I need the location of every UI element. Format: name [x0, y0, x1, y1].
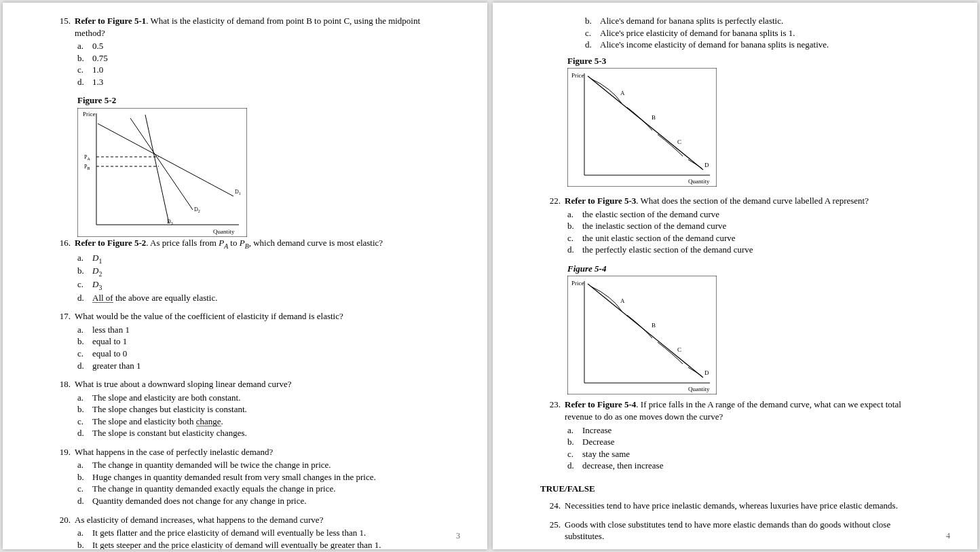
q-prompt: Refer to Figure 5-1. What is the elastic… — [75, 15, 440, 39]
q-number: 19. — [50, 446, 75, 507]
option-d: d.The slope is constant but elasticity c… — [77, 427, 440, 439]
figure-5-2-title: Figure 5-2 — [77, 94, 440, 107]
q-number: 22. — [540, 195, 565, 256]
q-prompt: Refer to Figure 5-2. As price falls from… — [75, 237, 440, 251]
option-a: a.It gets flatter and the price elastici… — [77, 527, 440, 539]
question-19: 19. What happens in the case of perfectl… — [50, 446, 440, 507]
option-a: a.The slope and elasticity are both cons… — [77, 392, 440, 404]
option-d: d.1.3 — [77, 76, 440, 88]
svg-rect-0 — [77, 108, 247, 237]
option-b: b.D2 — [77, 265, 440, 278]
q-prompt: Refer to Figure 5-3. What does the secti… — [565, 195, 930, 207]
option-b: b.0.75 — [77, 52, 440, 65]
question-22: 22. Refer to Figure 5-3. What does the s… — [540, 195, 930, 256]
option-d: d.the perfectly elastic section of the d… — [567, 244, 930, 256]
q-number: 20. — [50, 514, 75, 549]
option-c: c.The change in quantity demanded exactl… — [77, 483, 440, 495]
option-c: c.D3 — [77, 278, 440, 292]
option-d: d.greater than 1 — [77, 360, 440, 372]
svg-text:C: C — [677, 139, 681, 145]
option-b: b.equal to 1 — [77, 335, 440, 348]
option-a: a.D1 — [77, 252, 440, 265]
option-c: c.equal to 0 — [77, 348, 440, 360]
q-prompt: What happens in the case of perfectly in… — [75, 446, 440, 458]
question-24: 24. Necessities tend to have price inela… — [540, 500, 930, 512]
question-18: 18. What is true about a downward slopin… — [50, 378, 440, 439]
option-a: a.less than 1 — [77, 324, 440, 336]
question-20: 20. As elasticity of demand increases, w… — [50, 514, 440, 549]
option-c: c.The slope and elasticity both change. — [77, 416, 440, 428]
q-number: 15. — [50, 15, 75, 88]
svg-text:C: C — [677, 346, 681, 353]
svg-text:Price: Price — [571, 72, 584, 79]
svg-rect-23 — [567, 276, 717, 394]
q-prompt: As elasticity of demand increases, what … — [75, 514, 440, 526]
axis-qty: Quantity — [213, 228, 235, 235]
option-b: b.It gets steeper and the price elastici… — [77, 539, 440, 549]
q-number: 23. — [540, 399, 565, 471]
svg-text:B: B — [652, 114, 656, 121]
option-c: c.1.0 — [77, 64, 440, 76]
svg-rect-13 — [567, 68, 717, 187]
q-prompt: What is true about a downward sloping li… — [75, 378, 440, 390]
svg-text:Price: Price — [571, 280, 584, 287]
q-prompt: Necessities tend to have price inelastic… — [565, 500, 930, 512]
svg-text:A: A — [620, 90, 625, 96]
option-c: c.the unit elastic section of the demand… — [567, 232, 930, 244]
option-b: b.Decrease — [567, 436, 930, 448]
q-number: 25. — [540, 519, 565, 542]
question-15: 15. Refer to Figure 5-1. What is the ela… — [50, 15, 440, 88]
axis-price: Price — [83, 111, 96, 117]
figure-5-4: Price Quantity A B C D — [567, 276, 930, 394]
page-spread: 15. Refer to Figure 5-1. What is the ela… — [0, 0, 980, 552]
option-b: b.Alice's demand for banana splits is pe… — [585, 15, 930, 27]
option-b: b.the inelastic section of the demand cu… — [567, 220, 930, 232]
option-a: a.0.5 — [77, 40, 440, 52]
svg-text:B: B — [652, 322, 656, 329]
question-17: 17. What would be the value of the coeff… — [50, 310, 440, 371]
q-prompt: What would be the value of the coefficie… — [75, 310, 440, 323]
figure-5-4-title: Figure 5-4 — [567, 263, 930, 275]
q-prompt: Goods with close substitutes tend to hav… — [565, 519, 930, 542]
question-23: 23. Refer to Figure 5-4. If price falls … — [540, 399, 930, 471]
option-d: d.All of the above are equally elastic. — [77, 292, 440, 304]
page-left: 15. Refer to Figure 5-1. What is the ela… — [3, 3, 487, 549]
figure-5-3-title: Figure 5-3 — [567, 55, 930, 67]
svg-text:D: D — [704, 162, 709, 168]
option-a: a.Increase — [567, 424, 930, 437]
svg-text:Quantity: Quantity — [688, 178, 710, 185]
q-prompt: Refer to Figure 5-4. If price falls in t… — [565, 399, 930, 422]
true-false-heading: TRUE/FALSE — [540, 483, 930, 495]
svg-text:D: D — [704, 369, 709, 376]
question-25: 25. Goods with close substitutes tend to… — [540, 519, 930, 542]
option-b: b.The slope changes but elasticity is co… — [77, 403, 440, 416]
q-number: 18. — [50, 378, 75, 439]
svg-text:Quantity: Quantity — [688, 386, 710, 392]
option-a: a.The change in quantity demanded will b… — [77, 459, 440, 471]
option-b: b.Huge changes in quantity demanded resu… — [77, 471, 440, 483]
q-number: 24. — [540, 500, 565, 512]
option-d: d.Quantity demanded does not change for … — [77, 495, 440, 507]
page-right: b.Alice's demand for banana splits is pe… — [493, 3, 977, 549]
q-number: 16. — [50, 237, 75, 304]
option-d: d.decrease, then increase — [567, 460, 930, 472]
question-16: 16. Refer to Figure 5-2. As price falls … — [50, 237, 440, 304]
figure-5-2: Price Quantity D1 D2 D3 PA PB — [77, 108, 440, 237]
option-c: c.stay the same — [567, 448, 930, 460]
page-number-right: 4 — [946, 530, 950, 541]
figure-5-3: Price Quantity A B C D — [567, 68, 930, 187]
q-number: 17. — [50, 310, 75, 371]
svg-text:A: A — [620, 297, 625, 304]
option-a: a.the elastic section of the demand curv… — [567, 208, 930, 221]
page-number-left: 3 — [456, 530, 460, 541]
option-c: c.Alice's price elasticity of demand for… — [585, 27, 930, 39]
option-d: d.Alice's income elasticity of demand fo… — [585, 39, 930, 51]
